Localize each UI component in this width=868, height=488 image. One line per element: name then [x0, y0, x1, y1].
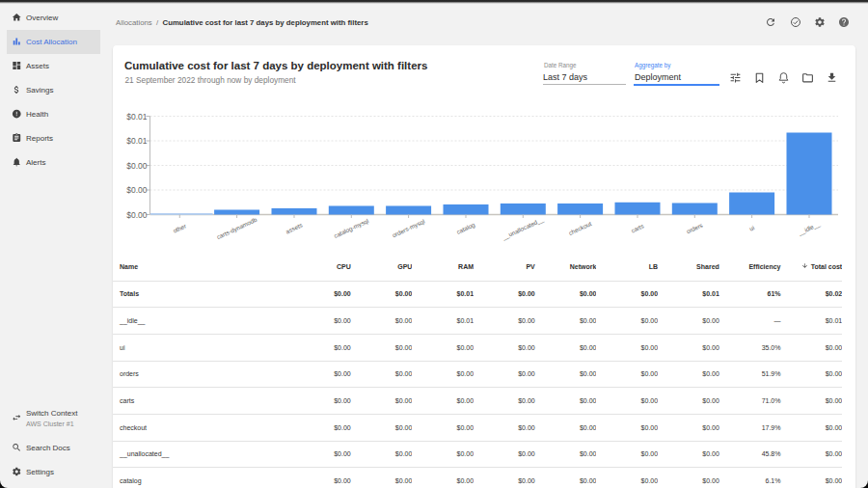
- svg-text:$0.01: $0.01: [126, 112, 148, 122]
- svg-text:orders-mysql: orders-mysql: [391, 218, 425, 240]
- svg-text:assets: assets: [285, 222, 303, 235]
- svg-text:__unallocated__: __unallocated__: [501, 215, 546, 241]
- svg-text:$0.01: $0.01: [126, 136, 148, 146]
- svg-text:$0.00: $0.00: [126, 185, 148, 195]
- svg-text:catalog: catalog: [455, 221, 476, 236]
- svg-text:ui: ui: [748, 224, 755, 231]
- svg-text:$0.00: $0.00: [126, 210, 148, 220]
- svg-text:carts-dynamodb: carts-dynamodb: [215, 216, 258, 242]
- svg-text:other: other: [172, 222, 187, 233]
- svg-text:checkout: checkout: [567, 220, 592, 236]
- svg-text:carts: carts: [630, 222, 644, 233]
- svg-text:$0.00: $0.00: [126, 161, 148, 171]
- svg-text:orders: orders: [686, 222, 704, 235]
- svg-text:catalog-mysql: catalog-mysql: [333, 217, 370, 240]
- svg-text:__idle__: __idle__: [797, 220, 822, 237]
